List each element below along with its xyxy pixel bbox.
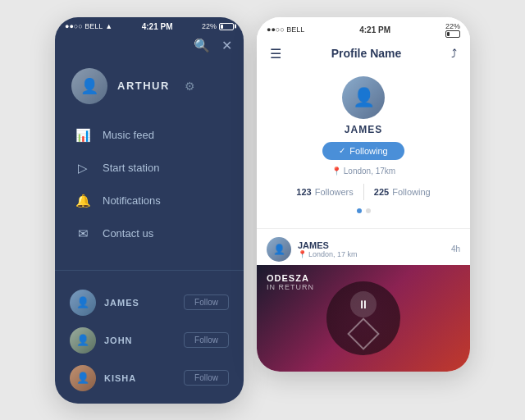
menu-item-contact-us[interactable]: ✉ Contact us — [55, 217, 244, 250]
notifications-label: Notifications — [103, 194, 161, 207]
friend-item-kisha: 👤 KISHA Follow — [55, 359, 244, 397]
james-name-left: JAMES — [104, 298, 139, 308]
battery-icon-right — [445, 30, 460, 38]
music-card[interactable]: ODESZA IN RETURN ⏸ — [257, 265, 470, 372]
pin-icon: 📍 — [331, 167, 341, 176]
james-avatar-right: 👤 — [342, 76, 385, 119]
left-phone: ●●○○ BELL ▲ 4:21 PM 22% 🔍 ✕ 👤 ARTHUR ⚙ — [55, 17, 244, 404]
arthur-name: ARTHUR — [117, 80, 170, 92]
carrier-right: ●●○○ BELL — [267, 25, 304, 34]
music-feed-label: Music feed — [103, 129, 154, 141]
following-button[interactable]: ✓ Following — [322, 142, 404, 160]
right-phone: ●●○○ BELL 4:21 PM 22% ☰ Profile Name ⤴ 👤… — [257, 17, 470, 372]
share-icon[interactable]: ⤴ — [451, 47, 457, 60]
followers-stat: 123 Followers — [286, 187, 363, 197]
john-avatar: 👤 — [70, 327, 96, 354]
search-icon[interactable]: 🔍 — [194, 38, 210, 53]
wifi-icon-left: ▲ — [105, 22, 112, 30]
location-text: 📍 London, 17km — [331, 167, 395, 176]
hamburger-icon[interactable]: ☰ — [270, 46, 281, 62]
dot-active — [357, 208, 362, 213]
menu-list: 📊 Music feed ▷ Start station 🔔 Notificat… — [55, 119, 244, 263]
close-icon[interactable]: ✕ — [221, 38, 232, 53]
kisha-name: KISHA — [104, 373, 136, 383]
friend-list: 👤 JAMES Follow 👤 JOHN Follow � — [55, 277, 244, 404]
john-name: JOHN — [104, 336, 133, 345]
battery-fill-left — [221, 25, 223, 29]
gear-icon[interactable]: ⚙ — [185, 80, 195, 93]
james-profile-name: JAMES — [345, 124, 382, 135]
battery-icon-left — [219, 23, 234, 30]
arthur-avatar: 👤 — [71, 68, 107, 104]
followers-label: Followers — [315, 187, 354, 197]
check-icon: ✓ — [339, 146, 345, 155]
battery-percent-left: 22% — [202, 22, 217, 30]
top-nav-left: 🔍 ✕ — [55, 34, 244, 60]
start-station-label: Start station — [103, 162, 159, 174]
profile-card: 👤 JAMES ✓ Following 📍 London, 17km 123 F… — [257, 70, 470, 229]
music-feed-icon: 📊 — [75, 128, 91, 143]
followers-count: 123 — [296, 187, 311, 197]
profile-header: ☰ Profile Name ⤴ — [257, 41, 470, 70]
post-time: 4h — [451, 244, 460, 253]
james-avatar-left: 👤 — [70, 290, 96, 316]
contact-us-label: Contact us — [103, 227, 153, 240]
carrier-left: ●●○○ BELL — [65, 22, 103, 30]
time-left: 4:21 PM — [142, 22, 173, 31]
post-card: 👤 JAMES 📍 London, 17 km 4h ODESZA IN RET… — [257, 229, 470, 372]
pause-icon[interactable]: ⏸ — [350, 291, 377, 317]
following-stat-label: Following — [392, 187, 430, 197]
divider — [55, 270, 244, 271]
post-user-name: JAMES — [298, 240, 358, 250]
dot-inactive — [366, 208, 371, 213]
kisha-avatar: 👤 — [70, 365, 96, 391]
kisha-follow-button[interactable]: Follow — [184, 370, 229, 386]
notifications-icon: 🔔 — [75, 194, 91, 208]
friend-item-james: 👤 JAMES Follow — [55, 284, 244, 322]
diamond-shape — [347, 317, 380, 350]
profile-header-title: Profile Name — [331, 47, 402, 60]
following-count: 225 — [374, 187, 389, 197]
battery-percent-right: 22% — [445, 22, 460, 30]
james-follow-button[interactable]: Follow — [184, 294, 229, 310]
post-user-location: 📍 London, 17 km — [298, 250, 358, 258]
post-pin-icon: 📍 — [298, 250, 307, 258]
stats-row: 123 Followers 225 Following — [286, 184, 440, 200]
time-right: 4:21 PM — [359, 25, 390, 34]
friend-item-john: 👤 JOHN Follow — [55, 322, 244, 359]
following-stat: 225 Following — [364, 187, 441, 197]
james-location: London, 17km — [344, 167, 395, 176]
status-bar-right: ●●○○ BELL 4:21 PM 22% — [257, 17, 470, 41]
app-container: ●●○○ BELL ▲ 4:21 PM 22% 🔍 ✕ 👤 ARTHUR ⚙ — [35, 0, 490, 420]
start-station-icon: ▷ — [75, 161, 91, 176]
status-bar-left: ●●○○ BELL ▲ 4:21 PM 22% — [55, 17, 244, 34]
post-header: 👤 JAMES 📍 London, 17 km 4h — [257, 229, 470, 265]
post-james-avatar: 👤 — [267, 237, 291, 262]
menu-item-music-feed[interactable]: 📊 Music feed — [55, 119, 244, 152]
following-label: Following — [349, 146, 387, 156]
john-follow-button[interactable]: Follow — [184, 332, 229, 348]
profile-section: 👤 ARTHUR ⚙ — [55, 60, 244, 119]
contact-us-icon: ✉ — [75, 226, 91, 241]
music-overlay: ⏸ — [257, 265, 470, 372]
menu-item-start-station[interactable]: ▷ Start station — [55, 152, 244, 185]
dots-row — [357, 200, 371, 218]
menu-item-notifications[interactable]: 🔔 Notifications — [55, 185, 244, 217]
